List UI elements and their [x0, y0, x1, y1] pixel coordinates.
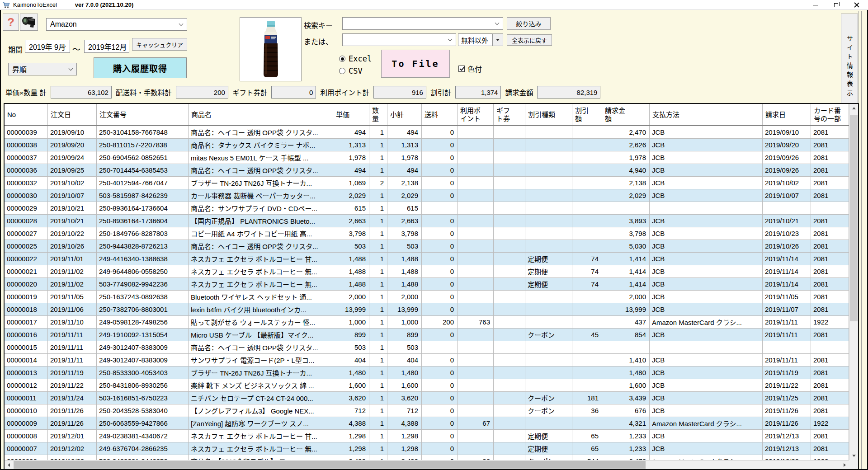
table-cell: 1 — [369, 417, 387, 429]
table-cell — [422, 341, 458, 353]
vertical-scroll-thumb[interactable] — [850, 115, 858, 321]
table-row[interactable]: 000000112019/11/24503-1616851-6750223ニチバ… — [5, 392, 849, 404]
table-cell: クーポン — [525, 455, 572, 460]
table-row[interactable]: 000000122019/11/22250-8431806-8930256楽絆 … — [5, 379, 849, 392]
table-cell: 4,321 — [602, 417, 650, 429]
vertical-scrollbar[interactable] — [849, 104, 858, 460]
table-cell: 2081 — [811, 430, 849, 442]
close-button[interactable] — [846, 0, 867, 10]
table-row[interactable]: 000000282019/10/21250-8936164-1736604【国内… — [5, 215, 849, 227]
table-cell — [572, 291, 602, 303]
video-camera-button[interactable] — [20, 14, 38, 31]
fetch-history-button[interactable]: 購入履歴取得 — [94, 57, 187, 78]
table-cell: 2081 — [811, 265, 849, 277]
cache-clear-button[interactable]: キャッシュクリア — [132, 38, 187, 51]
table-row[interactable]: 000000302019/10/07503-5815987-8426239カール… — [5, 189, 849, 202]
or-search-input[interactable] — [342, 33, 456, 46]
table-cell: 437 — [602, 316, 650, 328]
table-cell — [458, 227, 494, 240]
horizontal-scrollbar[interactable] — [5, 460, 858, 469]
table-cell — [572, 417, 602, 429]
table-cell: 45 — [572, 329, 602, 341]
site-select[interactable]: Amazon — [46, 18, 187, 31]
table-row[interactable]: 000000142019/11/11249-3012407-8383009サンワ… — [5, 354, 849, 367]
table-cell: 1,978 — [387, 151, 422, 164]
table-row[interactable]: 000000102019/11/26250-2043528-5383040【ノン… — [5, 404, 849, 417]
table-cell: 2019/09/26 — [763, 151, 811, 164]
arrow-down-icon — [852, 455, 856, 457]
table-row[interactable]: 000000182019/11/06250-7382706-8803001lex… — [5, 303, 849, 316]
table-row[interactable]: 000000062019/12/02503-9433281-9440358商品名… — [5, 455, 849, 460]
table-row[interactable]: 000000362019/09/25250-7014454-6385453商品名… — [5, 164, 849, 177]
table-row[interactable]: 000000372019/09/24250-6904562-0852651mit… — [5, 151, 849, 164]
free-filter-select[interactable]: 無料以外 — [458, 33, 492, 46]
table-cell: 404 — [333, 354, 369, 366]
table-cell: 1 — [369, 367, 387, 379]
table-cell: 2,626 — [602, 139, 650, 151]
horizontal-scroll-thumb[interactable] — [14, 461, 646, 469]
table-row[interactable]: 000000082019/12/01249-0238381-4340672ネスカ… — [5, 430, 849, 442]
table-row[interactable]: 000000072019/12/02249-6376704-2866235ネスカ… — [5, 442, 849, 455]
table-cell: [ZanYeing] 超防寒 ワークブーツ スノ... — [189, 417, 333, 429]
table-cell: 2019/10/23 — [763, 227, 811, 240]
table-cell: 0 — [422, 303, 458, 315]
free-filter-dropdown-button[interactable] — [492, 33, 503, 46]
table-cell: 2081 — [811, 177, 849, 189]
color-checkbox[interactable]: 色付 — [458, 63, 482, 74]
table-row[interactable]: 000000252019/10/26250-9443828-8726213商品名… — [5, 240, 849, 253]
table-row[interactable]: 000000162019/11/11249-1910092-1315054Mic… — [5, 329, 849, 341]
table-row[interactable]: 000000132019/11/19250-8533300-4053403ブラザ… — [5, 367, 849, 379]
product-image — [240, 17, 302, 81]
reset-view-button[interactable]: 全表示に戻す — [507, 34, 552, 46]
table-cell: 2081 — [811, 164, 849, 176]
table-cell: 【国内正規品】 PLANTRONICS Blueto... — [189, 215, 333, 227]
period-from-select[interactable]: 2019年 9月 — [25, 40, 70, 53]
to-file-button[interactable]: To File — [381, 50, 450, 78]
table-row[interactable]: 000000202019/11/02503-7749082-9942236ネスカ… — [5, 278, 849, 291]
minimize-button[interactable] — [805, 0, 826, 10]
help-button[interactable]: ? — [3, 14, 19, 31]
table-cell: 00000028 — [5, 215, 48, 227]
column-header: 割引種類 — [525, 104, 572, 125]
table-row[interactable]: 000000222019/11/01249-4416340-1388638ネスカ… — [5, 253, 849, 265]
table-cell — [525, 139, 572, 151]
table-cell — [525, 291, 572, 303]
table-row[interactable]: 000000322019/10/02250-4012594-7667047ブラザ… — [5, 177, 849, 189]
table-cell: Amazon MasterCard クラシ... — [650, 455, 763, 460]
table-cell: 2 — [369, 177, 387, 189]
table-row[interactable]: 000000382019/09/20250-8110157-2207838商品名… — [5, 139, 849, 151]
scroll-right-button[interactable] — [840, 461, 849, 469]
table-cell — [494, 291, 525, 303]
table-cell: 3,798 — [387, 227, 422, 240]
radio-excel[interactable]: Excel — [339, 54, 372, 63]
filter-button[interactable]: 絞り込み — [507, 17, 551, 30]
table-cell: 00000016 — [5, 329, 48, 341]
period-to-select[interactable]: 2019年12月 — [84, 40, 129, 53]
table-row[interactable]: 000000092019/11/26250-6063559-9427866[Za… — [5, 417, 849, 430]
table-cell: 2019/10/21 — [48, 215, 97, 227]
table-row[interactable]: 000000272019/10/22250-1849766-8287803コピー… — [5, 227, 849, 240]
table-cell: 2019/11/05 — [763, 291, 811, 303]
restore-button[interactable] — [826, 0, 846, 10]
table-cell: 0 — [422, 329, 458, 341]
table-cell — [811, 202, 849, 214]
table-row[interactable]: 000000172019/11/10249-0598128-7498256貼って… — [5, 316, 849, 329]
radio-csv[interactable]: CSV — [339, 66, 363, 75]
table-cell — [494, 329, 525, 341]
table-row[interactable]: 000000212019/11/02249-9644806-0558250ネスカ… — [5, 265, 849, 278]
table-row[interactable]: 000000152019/11/11249-3012407-8383009商品名… — [5, 341, 849, 354]
table-cell: 1 — [369, 404, 387, 417]
search-key-input[interactable] — [342, 17, 503, 30]
sort-order-select[interactable]: 昇順 — [8, 63, 77, 75]
scroll-down-button[interactable] — [849, 451, 858, 460]
table-row[interactable]: 000000392019/09/10250-3104158-7667848商品名… — [5, 126, 849, 139]
table-row[interactable]: 000000192019/11/05250-1637243-0892638Blu… — [5, 291, 849, 303]
table-cell: 2019/09/10 — [763, 126, 811, 138]
table-cell: 4,940 — [602, 164, 650, 176]
scroll-left-button[interactable] — [5, 461, 13, 469]
table-cell: 00000017 — [5, 316, 48, 328]
table-cell — [458, 379, 494, 391]
scroll-up-button[interactable] — [849, 104, 858, 113]
table-row[interactable]: 000000292019/10/21250-8936164-1736604商品名… — [5, 202, 849, 215]
table-cell: 1,414 — [602, 253, 650, 265]
